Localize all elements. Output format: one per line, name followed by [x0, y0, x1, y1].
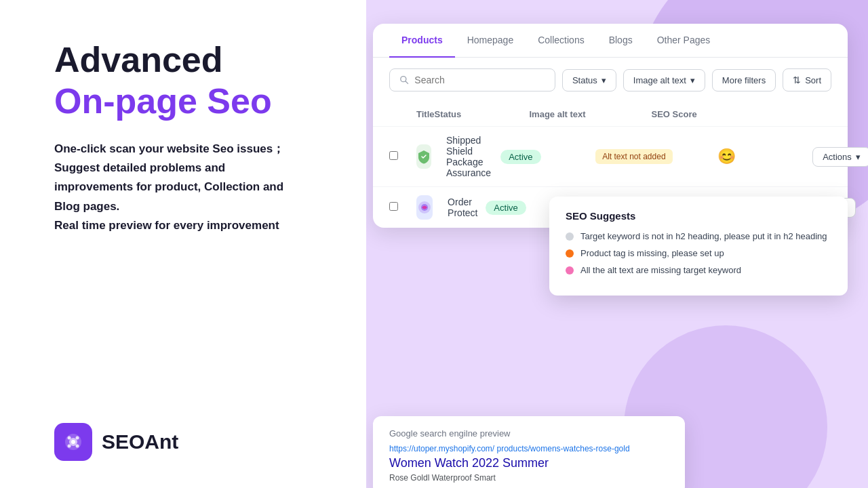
search-input[interactable] [414, 75, 545, 85]
row1-seo-score: 😊 [717, 148, 812, 165]
seo-suggest-item-1: Target keyword is not in h2 heading, ple… [566, 231, 831, 241]
tab-other-pages[interactable]: Other Pages [645, 24, 723, 58]
row2-product-icon [416, 195, 433, 220]
headline-black: Advanced [54, 41, 326, 79]
seo-suggest-item-3: All the alt text are missing target keyw… [566, 265, 831, 275]
search-icon [399, 75, 409, 85]
seo-suggest-item-2: Product tag is missing, please set up [566, 248, 831, 258]
row1-status: Active [500, 150, 595, 164]
col-actions [747, 109, 835, 119]
svg-point-4 [76, 436, 79, 440]
seo-suggests-title: SEO Suggests [566, 210, 831, 222]
row1-title: Shipped Shield Package Assurance [438, 135, 500, 178]
row1-check[interactable] [389, 150, 416, 163]
chevron-down-icon: ▾ [601, 75, 606, 85]
col-status: Status [435, 109, 530, 119]
row2-product: Order Protect [416, 195, 486, 220]
row1-product-icon [416, 144, 431, 169]
col-image-alt: Image alt text [530, 109, 652, 119]
right-panel: Products Homepage Collections Blogs Othe… [366, 0, 868, 488]
description: One-click scan your website Seo issues； … [54, 140, 326, 235]
tabs-bar: Products Homepage Collections Blogs Othe… [373, 24, 848, 58]
tab-blogs[interactable]: Blogs [597, 24, 645, 58]
dot-pink-icon [566, 266, 574, 274]
left-panel: Advanced On-page Seo One-click scan your… [0, 0, 366, 488]
search-box[interactable] [389, 68, 555, 92]
seoant-logo-icon [54, 423, 92, 461]
toolbar: Status ▾ Image alt text ▾ More filters ⇅… [373, 58, 848, 102]
google-preview-card: Google search engilne preview https://ut… [373, 416, 685, 488]
svg-point-3 [68, 436, 71, 440]
dot-gray-icon [566, 232, 574, 241]
logo-text: SEOAnt [102, 430, 178, 453]
row1-status-badge: Active [500, 150, 540, 164]
tab-products[interactable]: Products [389, 24, 455, 58]
row1-actions-btn[interactable]: Actions ▾ [812, 147, 868, 167]
table-row: Shipped Shield Package Assurance Active … [373, 127, 848, 187]
logo-area: SEOAnt [54, 423, 326, 461]
headline-purple: On-page Seo [54, 82, 326, 121]
svg-point-5 [68, 445, 71, 448]
col-check [389, 109, 416, 119]
row1-checkbox[interactable] [389, 151, 398, 160]
chevron-down-icon: ▾ [690, 75, 695, 85]
svg-point-2 [71, 440, 75, 444]
row2-status-badge: Active [486, 201, 526, 215]
svg-point-6 [76, 445, 79, 448]
more-filters-btn[interactable]: More filters [712, 69, 776, 92]
tab-collections[interactable]: Collections [526, 24, 596, 58]
dot-orange-icon [566, 249, 574, 258]
tab-homepage[interactable]: Homepage [455, 24, 526, 58]
row2-checkbox[interactable] [389, 202, 398, 211]
google-preview-label: Google search engilne preview [389, 428, 669, 439]
svg-line-8 [406, 81, 408, 84]
google-preview-title: Women Watch 2022 Summer [389, 456, 669, 470]
google-preview-url: https://utoper.myshopify.com/ products/w… [389, 444, 669, 453]
row1-seo-icon: 😊 [717, 148, 736, 165]
col-seo-score: SEO Score [652, 109, 747, 119]
row1-alt-text-badge: Alt text not added [595, 149, 672, 164]
google-preview-desc: Rose Goldl Waterproof Smart [389, 473, 669, 483]
sort-btn[interactable]: ⇅ Sort [783, 68, 831, 92]
row2-title: Order Protect [439, 197, 486, 218]
status-filter-btn[interactable]: Status ▾ [562, 69, 616, 92]
row1-actions: Actions ▾ [812, 147, 868, 167]
col-title: Title [416, 109, 435, 119]
table-header: Title Status Image alt text SEO Score [373, 102, 848, 127]
row1-alt-text: Alt text not added [595, 149, 717, 164]
image-alt-text-filter-btn[interactable]: Image alt text ▾ [623, 69, 705, 92]
row1-product: Shipped Shield Package Assurance [416, 135, 500, 178]
seo-suggests-card: SEO Suggests Target keyword is not in h2… [549, 197, 848, 296]
row2-check[interactable] [389, 201, 416, 214]
chevron-down-icon: ▾ [856, 152, 861, 162]
sort-icon: ⇅ [793, 75, 801, 85]
